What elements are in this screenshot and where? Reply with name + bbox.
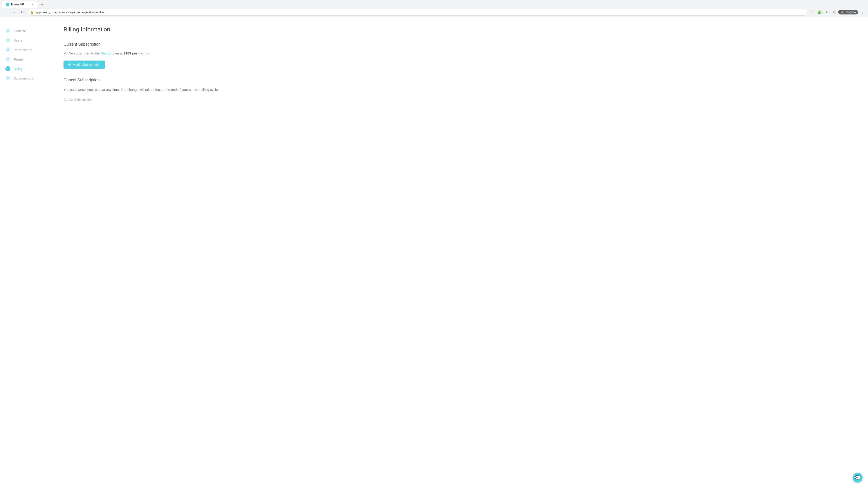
page-layout: General Users Permissions Teams ● Billin… <box>0 17 868 480</box>
sidebar-label-users: Users <box>13 38 22 42</box>
billing-icon: ● <box>5 66 10 71</box>
sidebar-label-subscriptions: Subscriptions <box>13 76 34 80</box>
sidebar-label-general: General <box>13 29 26 33</box>
extensions-button[interactable]: 🧩 <box>816 9 823 15</box>
forward-button[interactable]: → <box>11 9 17 15</box>
lock-icon: 🔒 <box>30 10 34 14</box>
sidebar-item-teams[interactable]: Teams <box>0 55 50 64</box>
subscriptions-icon <box>5 76 10 80</box>
cancel-subscription-title: Cancel Subscription <box>64 78 855 83</box>
cancel-subscription-section: Cancel Subscription You can cancel your … <box>64 78 855 101</box>
new-tab-button[interactable]: + <box>39 1 45 8</box>
subscription-description: You're subscribed to the Startup plan at… <box>64 51 855 55</box>
main-content: Billing Information Current Subscription… <box>50 17 868 480</box>
bookmark-button[interactable]: ☆ <box>809 9 815 15</box>
general-icon-dot <box>7 30 9 32</box>
incognito-badge: 🕵️ Incognito <box>838 10 858 14</box>
sidebar-item-billing[interactable]: ● Billing <box>0 64 50 73</box>
active-tab[interactable]: Breezy HR ✕ <box>2 1 38 8</box>
subscriptions-icon-dot <box>7 77 9 79</box>
address-text: app.breezy.hr/app/c/moodjoy/company/sett… <box>36 11 804 14</box>
sidebar-label-teams: Teams <box>13 57 24 61</box>
cancel-subscription-link[interactable]: Cancel Subscription <box>64 98 92 101</box>
users-icon-dot <box>7 39 9 41</box>
current-subscription-section: Current Subscription You're subscribed t… <box>64 42 855 78</box>
plan-name-link[interactable]: Startup <box>101 51 112 55</box>
teams-icon <box>5 57 10 62</box>
modify-btn-icon: ⚙ <box>68 63 71 66</box>
general-icon <box>5 28 10 33</box>
back-button[interactable]: ← <box>3 9 9 15</box>
sidebar-item-permissions[interactable]: Permissions <box>0 45 50 55</box>
incognito-label: Incognito <box>845 11 856 14</box>
users-icon <box>5 38 10 43</box>
incognito-icon: 🕵️ <box>840 11 844 14</box>
browser-actions: ☆ 🧩 ⬇ ⊟ 🕵️ Incognito ⋮ <box>809 9 865 15</box>
sidebar-label-permissions: Permissions <box>13 48 32 52</box>
tab-bar: Breezy HR ✕ + <box>0 0 868 8</box>
modify-subscription-button[interactable]: ⚙ Modify Subscription <box>64 61 105 69</box>
tab-favicon <box>6 3 9 6</box>
download-button[interactable]: ⬇ <box>824 9 830 15</box>
cancel-description: You can cancel your plan at any time. Th… <box>64 87 855 92</box>
modify-btn-label: Modify Subscription <box>73 63 100 66</box>
address-bar-row: ← → ↻ 🔒 app.breezy.hr/app/c/moodjoy/comp… <box>0 8 868 17</box>
subscription-desc-suffix: plan at <box>112 51 123 55</box>
page-title: Billing Information <box>64 26 855 33</box>
sidebar-item-general[interactable]: General <box>0 26 50 35</box>
split-screen-button[interactable]: ⊟ <box>831 9 837 15</box>
subscription-desc-prefix: You're subscribed to the <box>64 51 101 55</box>
reload-button[interactable]: ↻ <box>19 9 25 15</box>
menu-button[interactable]: ⋮ <box>859 9 865 15</box>
sidebar-item-subscriptions[interactable]: Subscriptions <box>0 73 50 83</box>
address-bar[interactable]: 🔒 app.breezy.hr/app/c/moodjoy/company/se… <box>27 9 807 15</box>
sidebar: General Users Permissions Teams ● Billin… <box>0 17 50 480</box>
sidebar-item-users[interactable]: Users <box>0 35 50 45</box>
billing-icon-symbol: ● <box>7 68 8 70</box>
teams-icon-dot <box>7 58 9 60</box>
permissions-icon <box>5 47 10 52</box>
browser-chrome: Breezy HR ✕ + ← → ↻ 🔒 app.breezy.hr/app/… <box>0 0 868 17</box>
subscription-price: $189 per month. <box>124 51 150 55</box>
permissions-icon-dot <box>7 48 9 51</box>
tab-close-button[interactable]: ✕ <box>31 3 34 6</box>
sidebar-label-billing: Billing <box>13 67 23 71</box>
tab-label: Breezy HR <box>11 3 29 6</box>
chat-icon: 💬 <box>855 475 861 480</box>
current-subscription-title: Current Subscription <box>64 42 855 47</box>
